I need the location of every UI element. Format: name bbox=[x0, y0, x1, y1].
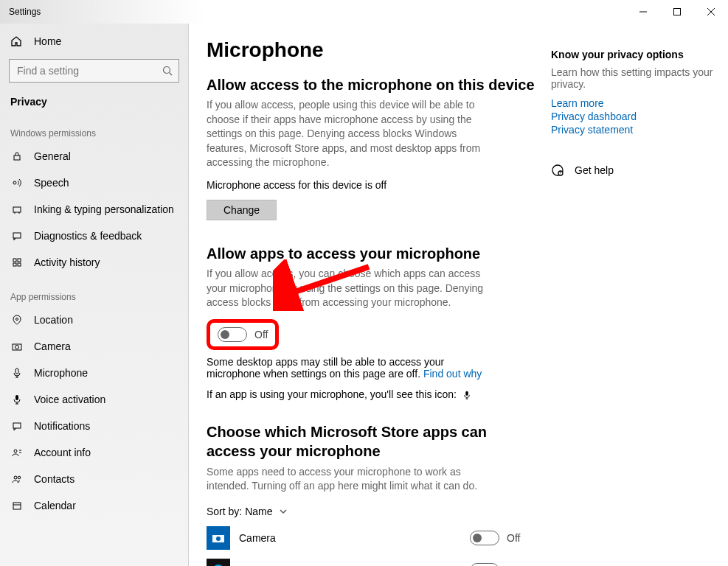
sidebar-item-account-info[interactable]: Account info bbox=[0, 439, 188, 466]
app-toggle-camera[interactable] bbox=[470, 531, 499, 545]
feedback-icon bbox=[10, 231, 24, 241]
sidebar-item-label: General bbox=[34, 150, 71, 162]
sidebar-item-label: Inking & typing personalization bbox=[34, 203, 174, 215]
voice-icon bbox=[10, 394, 24, 405]
search-input[interactable] bbox=[15, 64, 162, 77]
help-icon: ? bbox=[551, 164, 566, 177]
svg-point-25 bbox=[14, 476, 17, 479]
svg-rect-21 bbox=[13, 423, 21, 428]
svg-rect-8 bbox=[13, 207, 21, 212]
app-icon-cortana bbox=[207, 559, 230, 566]
home-nav[interactable]: Home bbox=[0, 28, 188, 55]
titlebar: Settings bbox=[0, 0, 728, 24]
chevron-down-icon bbox=[279, 507, 288, 516]
section-heading-apps-access: Allow apps to access your microphone bbox=[207, 245, 536, 262]
sidebar-item-label: Camera bbox=[34, 340, 71, 352]
app-toggle-cortana[interactable] bbox=[470, 563, 499, 566]
sidebar-item-general[interactable]: General bbox=[0, 143, 188, 170]
sidebar-item-label: Contacts bbox=[34, 473, 74, 485]
sidebar-item-label: Account info bbox=[34, 447, 91, 458]
find-out-why-link[interactable]: Find out why bbox=[423, 368, 482, 380]
history-icon bbox=[10, 257, 24, 268]
link-privacy-dashboard[interactable]: Privacy dashboard bbox=[551, 111, 713, 122]
sidebar-item-label: Calendar bbox=[34, 500, 76, 511]
svg-rect-20 bbox=[15, 395, 18, 400]
lock-icon bbox=[10, 151, 24, 161]
window-title: Settings bbox=[9, 7, 626, 17]
svg-point-7 bbox=[13, 181, 16, 184]
svg-point-4 bbox=[164, 67, 170, 74]
svg-rect-1 bbox=[674, 9, 681, 15]
sidebar: Home Privacy Windows permissions General… bbox=[0, 24, 189, 566]
maximize-button[interactable] bbox=[660, 0, 694, 24]
get-help-row[interactable]: ? Get help bbox=[551, 164, 713, 177]
svg-rect-15 bbox=[18, 263, 21, 266]
change-button[interactable]: Change bbox=[207, 200, 277, 220]
desktop-apps-note: Some desktop apps may still be able to a… bbox=[207, 356, 487, 380]
sort-label: Sort by: bbox=[207, 506, 242, 517]
app-icon-camera bbox=[207, 526, 230, 550]
sidebar-item-label: Notifications bbox=[34, 420, 90, 432]
sort-row[interactable]: Sort by: Name bbox=[207, 506, 536, 517]
svg-text:?: ? bbox=[560, 171, 562, 175]
minimize-button[interactable] bbox=[626, 0, 660, 24]
sidebar-item-contacts[interactable]: Contacts bbox=[0, 466, 188, 492]
sidebar-item-microphone[interactable]: Microphone bbox=[0, 360, 188, 386]
sidebar-item-location[interactable]: Location bbox=[0, 307, 188, 333]
mic-indicator-icon bbox=[462, 391, 471, 399]
inking-icon bbox=[10, 204, 24, 214]
app-row-camera: Camera Off bbox=[207, 522, 536, 554]
microphone-icon bbox=[10, 368, 24, 378]
svg-rect-6 bbox=[14, 156, 20, 160]
svg-rect-12 bbox=[13, 259, 16, 262]
contacts-icon bbox=[10, 474, 24, 484]
location-icon bbox=[10, 315, 24, 325]
category-label: Privacy bbox=[0, 88, 188, 112]
svg-point-26 bbox=[18, 476, 21, 479]
in-use-note: If an app is using your microphone, you'… bbox=[207, 388, 487, 400]
sort-value: Name bbox=[245, 506, 272, 517]
sidebar-item-notifications[interactable]: Notifications bbox=[0, 413, 188, 439]
svg-rect-14 bbox=[13, 263, 16, 266]
link-learn-more[interactable]: Learn more bbox=[551, 97, 713, 109]
svg-rect-11 bbox=[13, 233, 21, 238]
sidebar-item-camera[interactable]: Camera bbox=[0, 333, 188, 360]
svg-point-31 bbox=[216, 537, 221, 541]
calendar-icon bbox=[10, 500, 24, 511]
sidebar-item-calendar[interactable]: Calendar bbox=[0, 492, 188, 519]
svg-point-22 bbox=[14, 450, 17, 453]
search-icon bbox=[162, 66, 173, 76]
sidebar-item-label: Voice activation bbox=[34, 394, 105, 405]
close-button[interactable] bbox=[694, 0, 728, 24]
right-heading: Know your privacy options bbox=[551, 49, 713, 60]
svg-line-5 bbox=[170, 73, 173, 76]
app-row-cortana: Cortana Off bbox=[207, 554, 536, 566]
sidebar-item-inking[interactable]: Inking & typing personalization bbox=[0, 196, 188, 223]
speech-icon bbox=[10, 178, 24, 188]
sidebar-item-activity[interactable]: Activity history bbox=[0, 249, 188, 276]
notifications-icon bbox=[10, 421, 24, 431]
svg-rect-13 bbox=[18, 259, 21, 262]
home-label: Home bbox=[34, 35, 61, 47]
section-desc-apps-access: If you allow access, you can choose whic… bbox=[207, 267, 487, 310]
annotation-highlight: Off bbox=[207, 319, 279, 350]
right-column: Know your privacy options Learn how this… bbox=[551, 34, 713, 551]
sidebar-item-voice-activation[interactable]: Voice activation bbox=[0, 386, 188, 413]
apps-access-toggle[interactable] bbox=[218, 327, 247, 342]
section-desc-device-access: If you allow access, people using this d… bbox=[207, 98, 487, 170]
sidebar-item-diagnostics[interactable]: Diagnostics & feedback bbox=[0, 223, 188, 249]
search-box[interactable] bbox=[9, 59, 179, 83]
sidebar-item-speech[interactable]: Speech bbox=[0, 170, 188, 196]
get-help-label: Get help bbox=[575, 164, 614, 176]
section-desc-store-apps: Some apps need to access your microphone… bbox=[207, 465, 487, 494]
link-privacy-statement[interactable]: Privacy statement bbox=[551, 124, 713, 136]
camera-icon bbox=[10, 341, 24, 352]
section-heading-device-access: Allow access to the microphone on this d… bbox=[207, 77, 536, 94]
app-list: Camera Off Cortana Off bbox=[207, 522, 536, 566]
sidebar-item-label: Diagnostics & feedback bbox=[34, 230, 142, 242]
main-content: Microphone Allow access to the microphon… bbox=[207, 34, 536, 551]
section-heading-store-apps: Choose which Microsoft Store apps can ac… bbox=[207, 422, 536, 461]
account-icon bbox=[10, 447, 24, 458]
svg-rect-29 bbox=[465, 391, 468, 396]
sidebar-item-label: Location bbox=[34, 314, 73, 326]
